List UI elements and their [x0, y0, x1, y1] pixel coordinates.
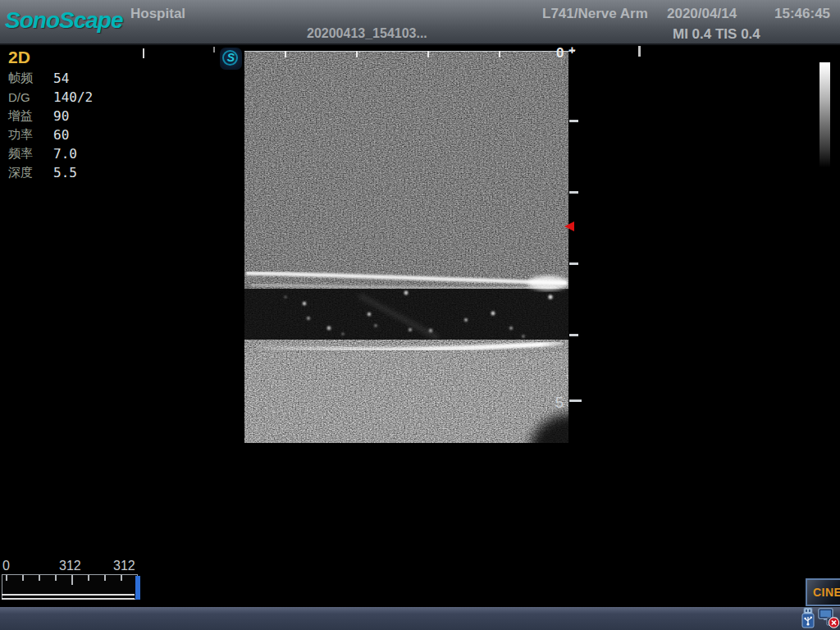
cine-mid-count: 312 [59, 559, 81, 573]
param-label: 频率 [8, 146, 53, 162]
cine-end-count: 312 [113, 559, 135, 573]
param-label: 帧频 [8, 71, 53, 86]
depth-ruler-zero-label: 0 [556, 45, 564, 62]
header-bar: SonoScape Hospital L741/Nerve Arm 2020/0… [0, 0, 840, 45]
depth-ruler-tick-5cm [569, 399, 582, 402]
param-value: 90 [53, 108, 69, 124]
parameter-panel: 帧频 54 D/G 140/2 增益 90 功率 60 频率 7.0 深度 5.… [8, 69, 93, 182]
file-name-label: 20200413_154103... [307, 26, 427, 41]
focus-marker-icon[interactable] [564, 221, 574, 231]
param-row-dg: D/G 140/2 [8, 88, 93, 107]
width-ruler-tick [285, 51, 286, 57]
param-value: 60 [53, 127, 69, 143]
cine-tick [39, 575, 40, 581]
param-value: 5.5 [53, 165, 77, 180]
param-label: 功率 [8, 127, 53, 143]
time-label: 15:46:45 [774, 6, 830, 22]
cine-tick [88, 575, 89, 581]
tgc-tick-right [638, 46, 641, 57]
cine-tick [121, 575, 122, 581]
param-row-framerate: 帧频 54 [8, 69, 93, 88]
ultrasound-image [244, 51, 568, 443]
probe-orientation-logo: S [220, 48, 242, 70]
depth-ruler-five-label: 5 [555, 395, 564, 412]
depth-ruler-tick-2cm [569, 191, 578, 194]
mode-label: 2D [8, 48, 30, 67]
param-label: 深度 [8, 165, 53, 180]
cine-tick-major [71, 575, 73, 585]
cine-start-count: 0 [2, 559, 10, 573]
param-row-frequency: 频率 7.0 [8, 144, 93, 163]
tgc-tick-left [143, 48, 144, 58]
cine-position-marker[interactable] [135, 576, 140, 600]
cine-progress-track[interactable] [2, 594, 135, 600]
param-row-power: 功率 60 [8, 126, 93, 144]
tick-small [213, 47, 215, 52]
logo-letter: S [220, 51, 242, 64]
date-label: 2020/04/14 [667, 6, 737, 22]
width-ruler-line [244, 51, 575, 52]
param-value: 7.0 [53, 146, 77, 162]
ultrasound-speckle-image [244, 51, 568, 443]
param-label: 增益 [8, 108, 53, 124]
network-status-icon[interactable] [818, 606, 840, 630]
width-ruler-tick [356, 51, 358, 57]
depth-ruler-tick-4cm [569, 334, 578, 336]
cine-tick [104, 575, 106, 581]
grayscale-bar [819, 62, 830, 167]
width-ruler-tick [499, 51, 500, 57]
hospital-name: Hospital [130, 6, 185, 22]
cine-button[interactable]: CINE [806, 578, 840, 606]
cine-tick [55, 575, 57, 581]
probe-exam-label: L741/Nerve Arm [542, 6, 648, 22]
param-label: D/G [8, 90, 53, 104]
depth-ruler-top-marker: + [568, 43, 576, 57]
cine-tick [6, 575, 7, 581]
param-row-gain: 增益 90 [8, 107, 93, 126]
usb-icon[interactable] [798, 606, 818, 630]
brand-logo: SonoScape [5, 7, 122, 34]
width-ruler-tick [427, 51, 429, 57]
depth-ruler-tick-1cm [569, 120, 578, 122]
bottom-status-bar [0, 607, 840, 630]
depth-ruler-tick-3cm [569, 262, 578, 265]
param-row-depth: 深度 5.5 [8, 163, 93, 182]
param-value: 54 [53, 71, 69, 86]
acoustic-indices-label: MI 0.4 TIS 0.4 [673, 26, 760, 43]
param-value: 140/2 [53, 89, 93, 105]
cine-tick [22, 575, 24, 581]
